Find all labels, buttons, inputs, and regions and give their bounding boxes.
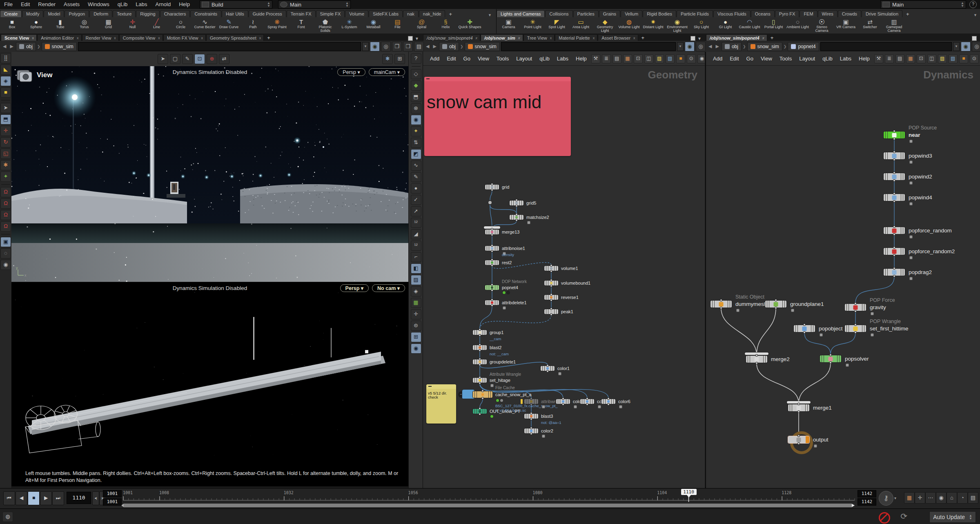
connector-output[interactable]: [893, 275, 895, 277]
hidden-line-icon[interactable]: ▨: [411, 275, 421, 285]
shelf-tool-draw-curve[interactable]: ✎Draw Curve: [217, 18, 241, 29]
path-field[interactable]: [501, 42, 676, 51]
right-spinner[interactable]: ▲▼: [957, 2, 964, 7]
connector-input[interactable]: [756, 355, 757, 356]
nav-back-icon[interactable]: ◀: [707, 44, 713, 49]
node-rest2[interactable]: [485, 260, 499, 265]
wire-popsolver-to-merge1[interactable]: [799, 363, 831, 404]
character-tool-icon[interactable]: ✦: [0, 172, 11, 182]
connector-input[interactable]: [586, 398, 588, 399]
connector-input[interactable]: [855, 324, 856, 326]
node-name-label[interactable]: popnet4: [502, 285, 518, 290]
shelf-tab-deform[interactable]: Deform: [89, 10, 112, 17]
nav-back-icon[interactable]: ◀: [2, 44, 7, 49]
origin-gizmo-icon[interactable]: ✛: [411, 309, 421, 319]
connector-input[interactable]: [530, 398, 532, 399]
connector-output[interactable]: [550, 285, 552, 287]
connector-output[interactable]: [530, 404, 532, 405]
node-name-label[interactable]: volume1: [561, 266, 578, 271]
shelf-tool-metaball[interactable]: ◉Metaball: [361, 18, 385, 29]
shelf-tab-volume[interactable]: Volume: [345, 10, 368, 17]
pane-menu-icon[interactable]: ▼: [415, 36, 419, 41]
shelf-tool-line[interactable]: ╱Line: [145, 18, 169, 29]
node-output[interactable]: [788, 436, 809, 443]
node-reverse1[interactable]: [544, 295, 558, 300]
connector-output[interactable]: [479, 350, 481, 351]
network-editor-geometry[interactable]: AddEditGoViewToolsLayoutqLibLabsHelp⚒≣▤▦…: [423, 52, 705, 488]
sticky-note-titlebar[interactable]: [424, 77, 571, 81]
connector-output[interactable]: [479, 364, 481, 366]
connector-output[interactable]: [608, 404, 609, 405]
nav-back-icon[interactable]: ◀: [425, 44, 430, 49]
connector-input[interactable]: [516, 214, 517, 215]
pane-tab-close-icon[interactable]: x: [633, 36, 635, 40]
shelf-tool-gamepad-camera[interactable]: ▥Gamepad Camera: [882, 18, 906, 33]
pane-add-tab-button[interactable]: +: [768, 35, 777, 41]
pane-maximize-icon[interactable]: [690, 36, 695, 41]
node-name-label[interactable]: color1: [557, 366, 570, 371]
menu-windows[interactable]: Windows: [84, 0, 114, 9]
menu-edit[interactable]: Edit: [17, 0, 34, 9]
tool-palette-icon[interactable]: ⣿: [0, 53, 11, 63]
background-image-icon[interactable]: ▧: [666, 54, 675, 63]
node-color1[interactable]: [541, 366, 555, 371]
color-palette-icon[interactable]: ▦: [906, 54, 915, 63]
connector-output[interactable]: [491, 290, 493, 291]
connector-input[interactable]: [550, 308, 552, 310]
wire-rest2-to-volume1[interactable]: [492, 263, 551, 269]
net-menu-layout[interactable]: Layout: [512, 56, 536, 62]
connector-input[interactable]: [608, 398, 609, 399]
lasso-select-icon[interactable]: ✎: [182, 54, 193, 64]
connector-input[interactable]: [893, 151, 895, 153]
net-menu-add[interactable]: Add: [426, 56, 443, 62]
dynamics-network-canvas[interactable]: Dynamics POP Sourcenearpopwind3popwind2p…: [706, 65, 980, 488]
pane-tab-close-icon[interactable]: x: [550, 36, 552, 40]
overview-eye-icon[interactable]: ◉: [697, 54, 705, 63]
shape-palette-icon[interactable]: ⊡: [634, 54, 643, 63]
shelf-tab-guide-process[interactable]: Guide Process: [249, 10, 286, 17]
net-menu-tools[interactable]: Tools: [776, 56, 795, 62]
shelf-tool-switcher[interactable]: ⇄Switcher: [858, 18, 882, 29]
node-name-label[interactable]: attribdelete1: [502, 300, 527, 305]
node-volume1[interactable]: [544, 266, 558, 271]
connector-output[interactable]: [830, 362, 831, 363]
node-set_first_hittime[interactable]: [845, 325, 866, 332]
connector-input[interactable]: [830, 354, 831, 356]
node-cache_snow_pt_a[interactable]: [473, 391, 492, 398]
prim-normals-icon[interactable]: ◢: [411, 229, 421, 239]
node-name-label[interactable]: group1: [490, 330, 503, 335]
connector-input[interactable]: [482, 390, 483, 392]
shelf-tool-volume-light[interactable]: ◍Volume Light: [617, 18, 641, 29]
shelf-tab-rigging[interactable]: Rigging: [136, 10, 159, 17]
node-popforce_random[interactable]: [884, 227, 905, 234]
pane-add-tab-button[interactable]: +: [264, 35, 273, 41]
node-group1[interactable]: [473, 330, 487, 335]
loop-mode-icon[interactable]: ⌂: [947, 492, 957, 504]
node-name-label[interactable]: popsolver: [845, 356, 869, 362]
node-popnet4[interactable]: [485, 285, 499, 290]
node-attribnoise1[interactable]: [485, 246, 499, 251]
connector-output[interactable]: [893, 180, 895, 181]
connector-output[interactable]: [530, 433, 532, 435]
pane-tab-composite-view[interactable]: Composite Viewx: [119, 34, 163, 41]
net-menu-go[interactable]: Go: [460, 56, 474, 62]
bypass-flag[interactable]: [521, 399, 523, 404]
timeline-ruler[interactable]: 1001100810321056108011041128: [0, 488, 980, 509]
shelf-tool-helix[interactable]: §Helix: [434, 18, 458, 29]
pane-tab-render-view[interactable]: Render Viewx: [82, 34, 119, 41]
connector-input[interactable]: [491, 259, 493, 261]
connector-input[interactable]: [893, 268, 895, 269]
menu-arnold[interactable]: Arnold: [151, 0, 175, 9]
layers-icon[interactable]: ❒: [403, 42, 413, 51]
connector-input[interactable]: [516, 199, 517, 201]
follow-pin-icon[interactable]: ◉: [961, 42, 971, 51]
projection-selector[interactable]: Persp ▾: [337, 68, 365, 76]
find-icon[interactable]: ⊙: [687, 54, 696, 63]
node-name-label[interactable]: near: [909, 132, 920, 138]
keyframe-dropdown-icon[interactable]: ▾: [894, 496, 896, 500]
connector-output[interactable]: [893, 201, 895, 202]
drag-mode-icon[interactable]: ⇄: [219, 54, 229, 64]
scene-viewport-secondary[interactable]: Dynamics Simulation Disabled Persp ▾ No …: [11, 282, 408, 486]
update-mode-spinner[interactable]: ▲▼: [969, 514, 972, 520]
wire-cache_snow_pt_a-to-OUT_snow_PT[interactable]: [480, 399, 483, 408]
